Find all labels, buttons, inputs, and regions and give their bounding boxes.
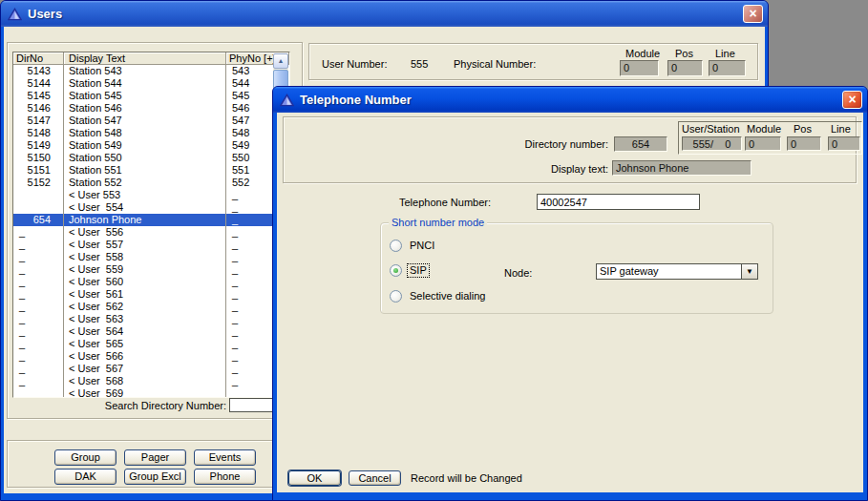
list-item[interactable]: 5149Station 549549	[13, 139, 274, 152]
list-item[interactable]: 654Johnson Phone_	[13, 214, 274, 226]
directory-number-label: Directory number:	[503, 138, 608, 150]
cell-dirno: 5149	[13, 139, 64, 152]
cell-dirno: _	[13, 276, 64, 288]
list-item[interactable]: < User 553_	[13, 189, 274, 201]
cell-display-text: Station 543	[64, 65, 226, 77]
cell-phyno: _	[226, 251, 274, 263]
list-item[interactable]: _< User 566_	[13, 350, 274, 363]
user-number-value: 555	[411, 58, 428, 70]
list-item[interactable]: _< User 565_	[13, 338, 274, 350]
pos-field: 0	[787, 136, 821, 151]
cell-phyno: _	[226, 338, 274, 350]
cell-phyno: _	[226, 325, 274, 338]
cell-display-text: < User 562	[64, 301, 226, 313]
short-number-mode-group: Short number mode PNCISIPSelective diali…	[380, 222, 773, 314]
group-excl-button[interactable]: Group Excl	[124, 469, 186, 485]
list-item[interactable]: _< User 569_	[13, 387, 274, 397]
cell-display-text: < User 558	[64, 251, 226, 263]
cell-display-text: < User 566	[64, 350, 226, 363]
cancel-button[interactable]: Cancel	[349, 470, 401, 486]
list-item[interactable]: _< User 568_	[13, 375, 274, 387]
cell-dirno: _	[13, 288, 64, 301]
cell-dirno: 5145	[13, 90, 64, 102]
list-item[interactable]: _< User 559_	[13, 263, 274, 276]
cell-phyno: 547	[226, 115, 274, 127]
list-item[interactable]: < User 554_	[13, 201, 274, 214]
dak-button[interactable]: DAK	[54, 469, 116, 485]
phone-titlebar[interactable]: Telephone Number	[273, 87, 867, 113]
list-item[interactable]: _< User 561_	[13, 288, 274, 301]
app-triangle-icon	[280, 94, 294, 107]
column-header-dirno[interactable]: DirNo	[13, 52, 64, 65]
chevron-down-icon[interactable]: ▼	[741, 264, 757, 279]
radio-icon[interactable]	[390, 264, 402, 277]
cell-dirno: 5144	[13, 77, 64, 90]
module-label: Module	[747, 123, 781, 135]
directory-number-field: 654	[614, 136, 667, 152]
group-button[interactable]: Group	[54, 449, 116, 466]
radio-option-sip[interactable]: SIP	[390, 263, 429, 277]
pos-label: Pos	[794, 123, 812, 135]
line-field: 0	[828, 136, 860, 151]
list-item[interactable]: 5143Station 543543	[13, 65, 274, 77]
list-item[interactable]: _< User 564_	[13, 325, 274, 338]
list-item[interactable]: _< User 560_	[13, 276, 274, 288]
list-item[interactable]: _< User 567_	[13, 363, 274, 375]
cell-phyno: 548	[226, 127, 274, 139]
users-titlebar[interactable]: Users	[1, 1, 768, 27]
list-item[interactable]: 5145Station 545545	[13, 90, 274, 102]
cell-display-text: Station 548	[64, 127, 226, 139]
cell-dirno: _	[13, 251, 64, 263]
list-item[interactable]: _< User 563_	[13, 313, 274, 325]
pos-label: Pos	[675, 48, 693, 59]
radio-option-pnci[interactable]: PNCI	[390, 239, 436, 252]
ok-button[interactable]: OK	[288, 470, 341, 486]
cell-display-text: < User 565	[64, 338, 226, 350]
list-item[interactable]: 5148Station 548548	[13, 127, 274, 139]
cell-display-text: < User 560	[64, 276, 226, 288]
cell-display-text: Station 546	[64, 102, 226, 115]
radio-icon[interactable]	[390, 240, 402, 252]
radio-option-selective-dialing[interactable]: Selective dialing	[390, 289, 488, 303]
list-item[interactable]: 5146Station 546546	[13, 102, 274, 115]
events-button[interactable]: Events	[194, 449, 256, 466]
cell-phyno: _	[226, 350, 274, 363]
list-item[interactable]: 5147Station 547547	[13, 115, 274, 127]
node-combobox[interactable]: SIP gateway ▼	[596, 263, 758, 280]
cell-phyno: _	[226, 239, 274, 251]
list-item[interactable]: 5150Station 550550	[13, 152, 274, 164]
users-close-icon[interactable]: ×	[743, 5, 763, 23]
cell-display-text: < User 564	[64, 325, 226, 338]
list-item[interactable]: 5151Station 551551	[13, 164, 274, 177]
cell-dirno: _	[13, 375, 64, 387]
cell-display-text: < User 556	[64, 226, 226, 239]
list-item[interactable]: _< User 562_	[13, 301, 274, 313]
list-item[interactable]: 5152Station 552552	[13, 177, 274, 189]
cell-display-text: Station 545	[64, 90, 226, 102]
phone-dialog-title: Telephone Number	[300, 93, 412, 107]
radio-icon[interactable]	[390, 290, 402, 303]
phone-button[interactable]: Phone	[194, 469, 256, 485]
cell-display-text: Station 547	[64, 115, 226, 127]
list-item[interactable]: _< User 557_	[13, 239, 274, 251]
telephone-number-input[interactable]	[537, 194, 700, 210]
module-field: 0	[745, 136, 781, 151]
user-station-label: User/Station	[682, 123, 740, 135]
list-item[interactable]: 5144Station 544544	[13, 77, 274, 90]
pager-button[interactable]: Pager	[124, 449, 186, 466]
cell-phyno: 552	[226, 177, 274, 189]
radio-label: SIP	[408, 264, 429, 277]
cell-dirno: _	[13, 226, 64, 239]
cell-phyno: _	[226, 363, 274, 375]
cell-phyno: _	[226, 301, 274, 313]
cell-dirno: _	[13, 350, 64, 363]
list-item[interactable]: _< User 558_	[13, 251, 274, 263]
column-header-display[interactable]: Display Text	[64, 52, 226, 65]
scroll-up-icon[interactable]: ▲	[273, 53, 288, 69]
cell-dirno: _	[13, 301, 64, 313]
cell-dirno: _	[13, 387, 64, 397]
cell-dirno: 5150	[13, 152, 64, 164]
phone-close-icon[interactable]: ×	[842, 91, 862, 109]
cell-display-text: Station 551	[64, 164, 226, 177]
list-item[interactable]: _< User 556_	[13, 226, 274, 239]
